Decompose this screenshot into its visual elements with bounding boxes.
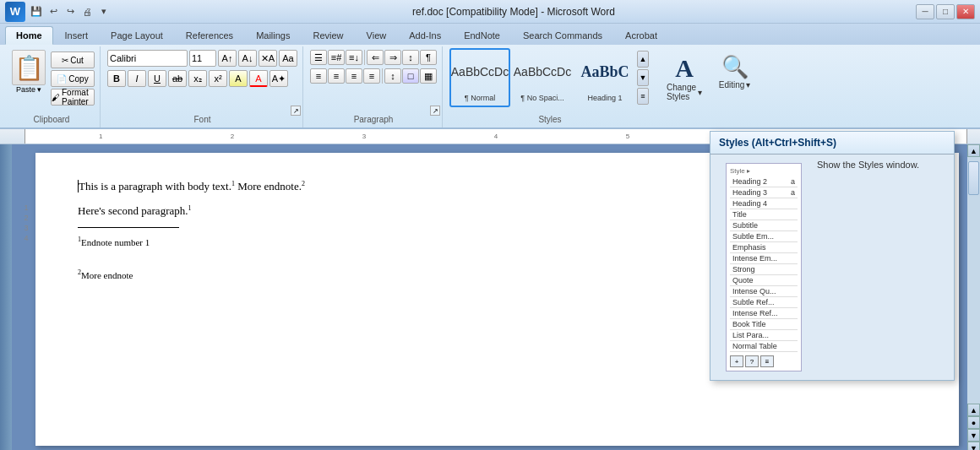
style-normal[interactable]: AaBbCcDc ¶ Normal xyxy=(449,48,510,107)
increase-indent-button[interactable]: ⇒ xyxy=(384,50,401,65)
font-expand[interactable]: ↗ xyxy=(291,106,301,116)
copy-button[interactable]: 📄 Copy xyxy=(51,70,95,87)
italic-button[interactable]: I xyxy=(128,70,146,87)
font-color-button[interactable]: A xyxy=(249,70,268,87)
editing-button[interactable]: 🔍 Editing ▾ xyxy=(711,50,758,124)
numbered-list-button[interactable]: ≡# xyxy=(328,50,345,65)
borders-button[interactable]: ▦ xyxy=(420,68,437,84)
line-spacing-button[interactable]: ↕ xyxy=(384,68,401,84)
align-center-button[interactable]: ≡ xyxy=(328,68,345,84)
styles-list-item[interactable]: Strong xyxy=(730,264,798,275)
styles-scroll-down[interactable]: ▼ xyxy=(637,69,649,86)
styles-list-item[interactable]: Intense Ref... xyxy=(730,308,798,319)
scroll-thumb[interactable] xyxy=(968,161,979,195)
align-right-button[interactable]: ≡ xyxy=(346,68,362,84)
minimize-button[interactable]: ─ xyxy=(916,4,934,19)
vertical-scrollbar[interactable]: ▲ ▲ ● ▼ ▼ xyxy=(967,144,980,450)
bold-button[interactable]: B xyxy=(107,70,126,87)
tab-bar: Home Insert Page Layout References Maili… xyxy=(0,24,980,45)
styles-list-item[interactable]: Book Title xyxy=(730,319,798,330)
scroll-select[interactable]: ● xyxy=(967,416,980,429)
styles-panel-header: Styles (Alt+Ctrl+Shift+S) xyxy=(710,132,954,155)
underline-button[interactable]: U xyxy=(148,70,166,87)
multilevel-list-button[interactable]: ≡↓ xyxy=(346,50,362,65)
styles-list-item[interactable]: Heading 3a xyxy=(730,187,798,198)
styles-list-item[interactable]: Heading 4 xyxy=(730,198,798,209)
styles-inspect-btn[interactable]: ? xyxy=(745,355,759,367)
decrease-indent-button[interactable]: ⇐ xyxy=(367,50,384,65)
scroll-up-arrow[interactable]: ▲ xyxy=(967,144,980,157)
scroll-prev-page[interactable]: ▲ xyxy=(967,404,980,416)
tab-acrobat[interactable]: Acrobat xyxy=(614,26,668,45)
tab-search-commands[interactable]: Search Commands xyxy=(512,26,613,45)
styles-list-item[interactable]: Heading 2a xyxy=(730,176,798,187)
sort-button[interactable]: ↕ xyxy=(402,50,419,65)
subscript-button[interactable]: x₂ xyxy=(188,70,207,87)
align-row: ≡ ≡ ≡ ≡ ↕ □ ▦ xyxy=(310,68,437,84)
grow-font-button[interactable]: A↑ xyxy=(218,50,237,67)
font-name-input[interactable] xyxy=(107,50,188,67)
scroll-track[interactable] xyxy=(967,157,980,404)
styles-list-item[interactable]: List Para... xyxy=(730,330,798,341)
format-painter-button[interactable]: 🖌 Format Painter xyxy=(51,89,95,106)
justify-button[interactable]: ≡ xyxy=(363,68,380,84)
styles-list-item[interactable]: Subtitle xyxy=(730,220,798,231)
font-size-input[interactable] xyxy=(189,50,216,67)
qa-redo[interactable]: ↪ xyxy=(63,4,78,19)
paste-dropdown[interactable]: ▾ xyxy=(37,85,41,94)
maximize-button[interactable]: □ xyxy=(936,4,955,19)
styles-list-item[interactable]: Emphasis xyxy=(730,242,798,253)
tab-page-layout[interactable]: Page Layout xyxy=(100,26,174,45)
style-no-spacing[interactable]: AaBbCcDc ¶ No Spaci... xyxy=(512,48,573,107)
styles-list-item[interactable]: Subtle Em... xyxy=(730,231,798,242)
styles-list-item[interactable]: Intense Qu... xyxy=(730,286,798,297)
styles-group: AaBbCcDc ¶ Normal AaBbCcDc ¶ No Spaci...… xyxy=(444,46,656,127)
tab-addins[interactable]: Add-Ins xyxy=(398,26,452,45)
styles-panel-description: Show the Styles window. xyxy=(817,160,947,375)
title-bar: W 💾 ↩ ↪ 🖨 ▾ ref.doc [Compatibility Mode]… xyxy=(0,0,980,24)
styles-list-item[interactable]: Quote xyxy=(730,275,798,286)
paste-button[interactable]: 📋 Paste ▾ xyxy=(8,48,49,95)
scroll-next-page[interactable]: ▼ xyxy=(967,429,980,442)
style-heading1[interactable]: AaBbC Heading 1 xyxy=(574,48,635,107)
qa-print[interactable]: 🖨 xyxy=(79,4,95,19)
styles-more[interactable]: ≡ xyxy=(637,88,649,105)
styles-list-item[interactable]: Subtle Ref... xyxy=(730,297,798,308)
styles-list-item[interactable]: Normal Table xyxy=(730,341,798,352)
endnote-separator xyxy=(78,227,179,228)
cut-button[interactable]: ✂ Cut xyxy=(51,52,95,68)
strikethrough-button[interactable]: ab xyxy=(168,70,187,87)
para2-text: Here's second paragraph. xyxy=(78,204,188,217)
qa-more[interactable]: ▾ xyxy=(96,4,112,19)
scroll-down-arrow[interactable]: ▼ xyxy=(967,442,980,450)
styles-list-item[interactable]: Intense Em... xyxy=(730,253,798,264)
shrink-font-button[interactable]: A↓ xyxy=(238,50,257,67)
tab-insert[interactable]: Insert xyxy=(54,26,100,45)
show-formatting-button[interactable]: ¶ xyxy=(420,50,437,65)
bullets-button[interactable]: ☰ xyxy=(310,50,327,65)
paragraph-label: Paragraph xyxy=(354,113,394,126)
styles-new-btn[interactable]: + xyxy=(730,355,743,367)
tab-references[interactable]: References xyxy=(175,26,244,45)
styles-manage-btn[interactable]: ≡ xyxy=(760,355,774,367)
clear-format-button[interactable]: ✕A xyxy=(259,50,277,67)
paragraph-expand[interactable]: ↗ xyxy=(430,106,440,116)
change-styles-button[interactable]: A ChangeStyles ▾ xyxy=(661,50,708,124)
styles-list-item[interactable]: Title xyxy=(730,209,798,220)
styles-scroll-up[interactable]: ▲ xyxy=(637,51,649,68)
highlight-button[interactable]: A xyxy=(229,70,248,87)
tab-home[interactable]: Home xyxy=(5,26,53,45)
qa-save[interactable]: 💾 xyxy=(29,4,44,19)
close-button[interactable]: ✕ xyxy=(956,4,975,19)
shading-button[interactable]: □ xyxy=(402,68,419,84)
align-left-button[interactable]: ≡ xyxy=(310,68,327,84)
style-normal-label: ¶ Normal xyxy=(465,94,495,102)
tab-mailings[interactable]: Mailings xyxy=(245,26,301,45)
superscript-button[interactable]: x² xyxy=(209,70,227,87)
text-effects-button[interactable]: A✦ xyxy=(270,70,288,87)
change-case-button[interactable]: Aa xyxy=(279,50,297,67)
tab-endnote[interactable]: EndNote xyxy=(453,26,511,45)
tab-view[interactable]: View xyxy=(356,26,398,45)
tab-review[interactable]: Review xyxy=(302,26,354,45)
qa-undo[interactable]: ↩ xyxy=(46,4,61,19)
